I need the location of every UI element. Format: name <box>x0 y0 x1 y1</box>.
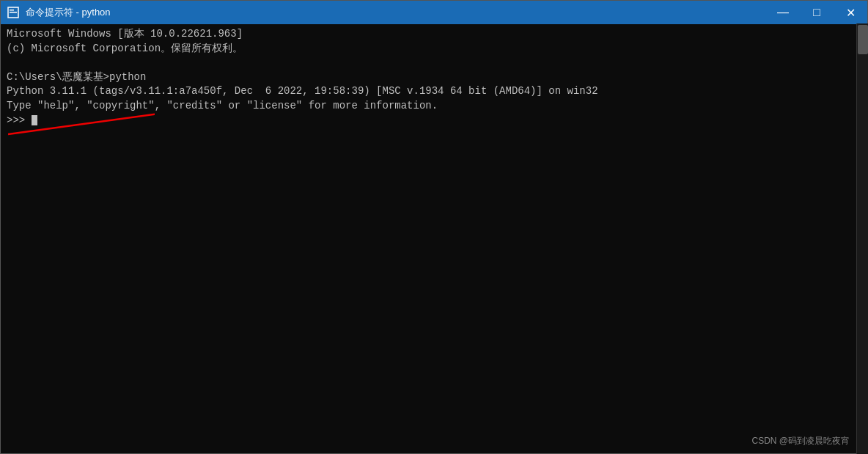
terminal-line-4: C:\Users\恶魔某基>python <box>7 70 861 85</box>
title-bar: 命令提示符 - python — □ ✕ <box>1 1 867 24</box>
watermark: CSDN @码到凌晨吃夜宵 <box>751 435 850 447</box>
svg-line-4 <box>8 101 155 134</box>
scrollbar[interactable] <box>856 23 868 454</box>
terminal-line-1: Microsoft Windows [版本 10.0.22621.963] <box>7 27 861 42</box>
svg-rect-1 <box>10 12 17 13</box>
scrollbar-thumb[interactable] <box>858 25 868 54</box>
window-controls: — □ ✕ <box>766 1 867 24</box>
window-icon <box>7 6 20 19</box>
maximize-button[interactable]: □ <box>800 1 834 24</box>
close-button[interactable]: ✕ <box>834 1 867 24</box>
minimize-button[interactable]: — <box>766 1 800 24</box>
cmd-window: 命令提示符 - python — □ ✕ Microsoft Windows [… <box>0 0 868 454</box>
annotation-arrow <box>8 98 155 147</box>
terminal-body[interactable]: Microsoft Windows [版本 10.0.22621.963] (c… <box>1 24 867 453</box>
terminal-line-3 <box>7 56 861 70</box>
svg-rect-2 <box>10 10 14 11</box>
terminal-line-2: (c) Microsoft Corporation。保留所有权利。 <box>7 42 861 56</box>
window-title: 命令提示符 - python <box>26 6 861 19</box>
